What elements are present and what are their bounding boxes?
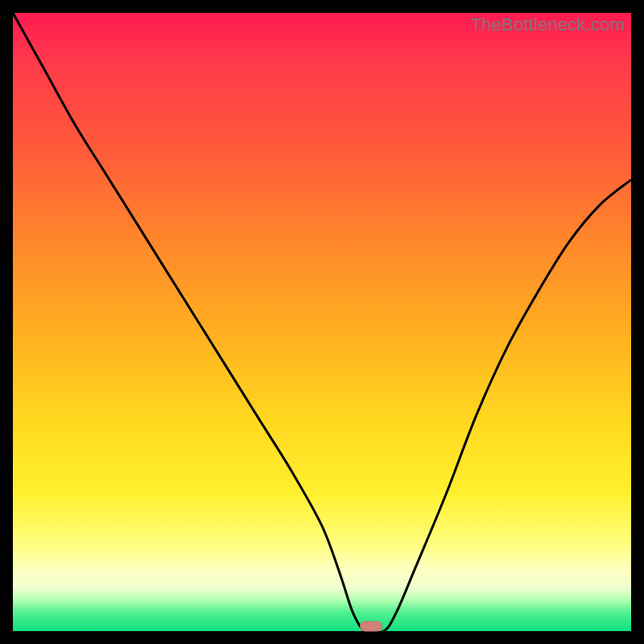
chart-frame: TheBottleneck.com xyxy=(0,0,644,644)
bottleneck-curve xyxy=(13,13,631,631)
minimum-marker xyxy=(360,621,382,632)
curve-path xyxy=(13,13,631,634)
plot-area: TheBottleneck.com xyxy=(13,13,631,631)
